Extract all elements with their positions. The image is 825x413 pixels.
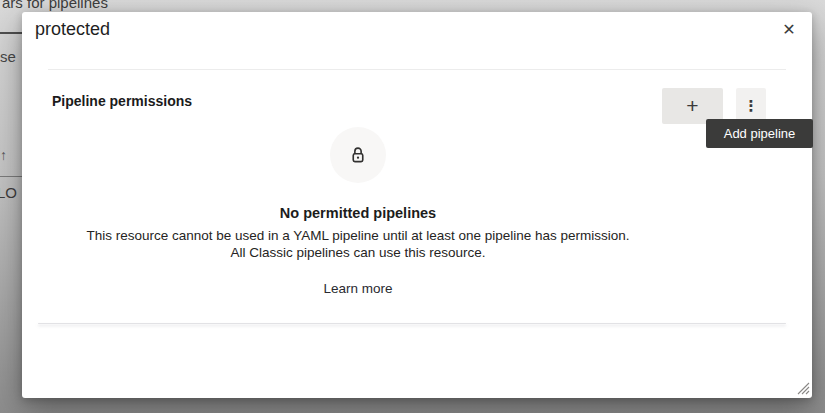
close-button[interactable]: ✕: [773, 14, 805, 46]
empty-state-title: No permitted pipelines: [48, 205, 668, 221]
add-pipeline-tooltip: Add pipeline: [706, 119, 813, 148]
lock-icon: [348, 145, 368, 165]
close-icon: ✕: [782, 21, 795, 38]
lock-badge: [330, 127, 386, 183]
dialog-title: protected: [35, 19, 110, 40]
empty-state-text: All Classic pipelines can use this resou…: [48, 244, 668, 261]
resize-gripper-icon[interactable]: [796, 381, 810, 395]
plus-icon: +: [686, 94, 698, 117]
kebab-menu-icon: ⋮: [744, 97, 759, 115]
empty-state-text: This resource cannot be used in a YAML p…: [48, 227, 668, 244]
screen: ars for pipelines se ↑ LO protected ✕ Pi…: [0, 0, 825, 413]
up-arrow-icon: ↑: [0, 147, 7, 163]
learn-more-link[interactable]: Learn more: [323, 280, 392, 297]
card-bottom-edge: [38, 323, 786, 324]
section-heading: Pipeline permissions: [52, 93, 192, 109]
empty-state: No permitted pipelines This resource can…: [48, 127, 668, 297]
header-divider: [48, 69, 786, 70]
background-text-fragment: se: [0, 48, 16, 65]
background-text-fragment: LO: [0, 184, 17, 201]
pipeline-permissions-dialog: protected ✕ Pipeline permissions + ⋮ Add…: [22, 12, 812, 398]
background-text-fragment: ars for pipelines: [2, 0, 108, 11]
